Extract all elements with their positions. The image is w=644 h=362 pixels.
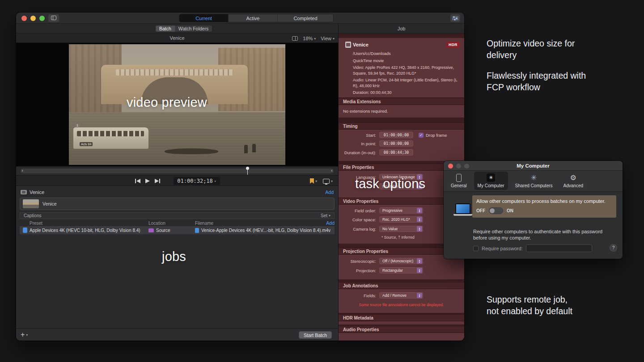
tab-batch[interactable]: Batch xyxy=(156,25,175,32)
captions-set-menu[interactable]: Set xyxy=(321,213,330,218)
start-batch-button[interactable]: Start Batch xyxy=(299,331,332,339)
hdr-badge: HDR xyxy=(446,42,460,48)
color-space-popup[interactable]: Rec. 2020 HLG* xyxy=(379,216,423,223)
source-file-icon xyxy=(345,42,351,48)
marker-menu[interactable] xyxy=(310,178,317,184)
note-fcp: Flawlessly integrated with FCP workflow xyxy=(487,70,604,93)
drop-frame-checkbox[interactable] xyxy=(419,133,424,138)
minimize-button[interactable] xyxy=(456,164,461,168)
prefs-tab-my-computer[interactable]: My Computer xyxy=(474,172,508,190)
next-frame-button[interactable] xyxy=(155,179,160,183)
field-order-popup[interactable]: Progressive xyxy=(379,207,423,214)
tab-current[interactable]: Current xyxy=(179,14,229,22)
start-label: Start: xyxy=(339,133,376,138)
section-timing: Timing xyxy=(339,122,464,130)
in-point-field[interactable]: 01:00:00;00 xyxy=(379,140,413,147)
prefs-content: Allow other computers to process batches… xyxy=(444,192,623,259)
add-preset-link[interactable]: Add xyxy=(326,220,335,226)
inspector-header: Job xyxy=(338,24,464,34)
prefs-title: My Computer xyxy=(517,163,549,168)
camera-log-label: Camera log: xyxy=(339,227,376,232)
require-password-checkbox[interactable] xyxy=(473,246,479,251)
canal-water xyxy=(69,112,285,165)
help-button[interactable] xyxy=(610,244,617,252)
clip-icon xyxy=(21,190,27,194)
prefs-tab-general[interactable]: General xyxy=(447,172,470,190)
prefs-tab-shared-computers[interactable]: Shared Computers xyxy=(512,172,556,190)
add-job-button[interactable] xyxy=(21,330,28,339)
note-remote: Supports remote job, not enabled by defa… xyxy=(487,294,598,317)
popup-arrows-icon xyxy=(417,208,422,213)
popup-arrows-icon xyxy=(417,268,422,273)
fields-popup[interactable]: Add / Remove xyxy=(379,292,423,299)
filename-value: Venice-Apple Devices 4K (HEV...-bit, HLG… xyxy=(201,228,330,233)
sidebar-toggle-button[interactable] xyxy=(48,14,59,22)
source-audio-info: Audio: Linear PCM, 24-bit Integer (Littl… xyxy=(353,77,459,88)
source-thumbnail-row[interactable]: Venice xyxy=(20,198,335,210)
computer-asterisk-icon xyxy=(487,173,495,182)
zoom-button[interactable] xyxy=(39,16,45,21)
stereoscopic-label: Stereoscopic: xyxy=(339,259,376,264)
settings-button[interactable] xyxy=(450,14,460,22)
callout-jobs: jobs xyxy=(162,249,186,264)
tab-completed[interactable]: Completed xyxy=(278,14,333,22)
play-button[interactable] xyxy=(145,179,150,183)
bookmark-icon xyxy=(310,178,314,184)
titlebar[interactable]: Current Active Completed xyxy=(16,13,464,24)
duration-field[interactable]: 00:00:44;30 xyxy=(379,149,413,156)
allow-processing-toggle[interactable] xyxy=(489,207,503,214)
on-label: ON xyxy=(507,208,513,214)
gondola xyxy=(165,148,218,154)
view-label: View xyxy=(321,36,331,41)
add-output-link[interactable]: Add xyxy=(325,189,334,195)
timeline-scrubber[interactable] xyxy=(16,166,338,175)
shared-asterisk-icon xyxy=(531,173,537,182)
section-media-extensions: Media Extensions xyxy=(339,98,464,105)
popup-arrows-icon xyxy=(417,258,422,264)
view-menu[interactable]: View xyxy=(321,36,335,41)
zoom-select[interactable]: 18% xyxy=(303,36,316,41)
bottom-bar: Start Batch xyxy=(16,328,338,341)
tab-watch-folders[interactable]: Watch Folders xyxy=(175,25,212,32)
close-button[interactable] xyxy=(21,16,27,21)
source-inferred-footnote: * Source, † Inferred xyxy=(381,235,415,240)
prefs-tab-advanced[interactable]: Advanced xyxy=(560,172,587,190)
captions-label: Captions xyxy=(24,213,41,218)
camera-log-popup[interactable]: No Value xyxy=(379,226,423,232)
minimize-button[interactable] xyxy=(30,16,36,21)
stereoscopic-popup[interactable]: Off / (Monoscopic) xyxy=(379,258,423,264)
column-filename: Filename xyxy=(195,221,326,226)
tab-active[interactable]: Active xyxy=(229,14,278,22)
zoom-button[interactable] xyxy=(464,164,469,168)
desktop: Current Active Completed Batch Watch Fol… xyxy=(0,0,644,362)
source-duration: Duration: 00:00:44;30 xyxy=(353,90,459,96)
transport-bar: 01:00:32;18 xyxy=(16,175,338,186)
timecode-value: 01:00:32;18 xyxy=(177,178,212,184)
filename-file-icon xyxy=(195,228,199,233)
password-input[interactable] xyxy=(526,244,592,252)
scrubber-track[interactable] xyxy=(21,168,334,173)
projection-popup[interactable]: Rectangular xyxy=(379,267,423,274)
close-button[interactable] xyxy=(448,164,453,168)
job-title: Venice xyxy=(30,189,44,195)
popup-arrows-icon xyxy=(417,293,422,298)
display-menu[interactable] xyxy=(323,179,333,184)
timecode-display[interactable]: 01:00:32;18 xyxy=(174,177,220,185)
output-row[interactable]: Apple Devices 4K (HEVC 10-bit, HLG, Dolb… xyxy=(20,226,335,235)
split-view-icon[interactable] xyxy=(292,36,298,41)
callout-task-options: task options xyxy=(355,177,425,191)
popup-arrows-icon xyxy=(417,217,422,222)
output-column-headers: Preset Location Filename Add xyxy=(20,220,335,226)
column-preset: Preset xyxy=(20,221,148,226)
person-silhouette xyxy=(252,144,256,152)
require-auth-text: Require other computers to authenticate … xyxy=(473,228,613,241)
source-thumbnail xyxy=(23,199,39,208)
prefs-titlebar[interactable]: My Computer xyxy=(444,161,623,171)
previous-frame-button[interactable] xyxy=(135,179,140,183)
playhead[interactable] xyxy=(245,167,250,176)
duration-label: Duration (in-out): xyxy=(339,150,376,155)
fields-label: Fields: xyxy=(339,293,376,298)
device-icon xyxy=(456,174,462,182)
start-timecode-field[interactable]: 01:00:00;00 xyxy=(379,132,413,138)
popup-arrows-icon xyxy=(417,226,422,232)
